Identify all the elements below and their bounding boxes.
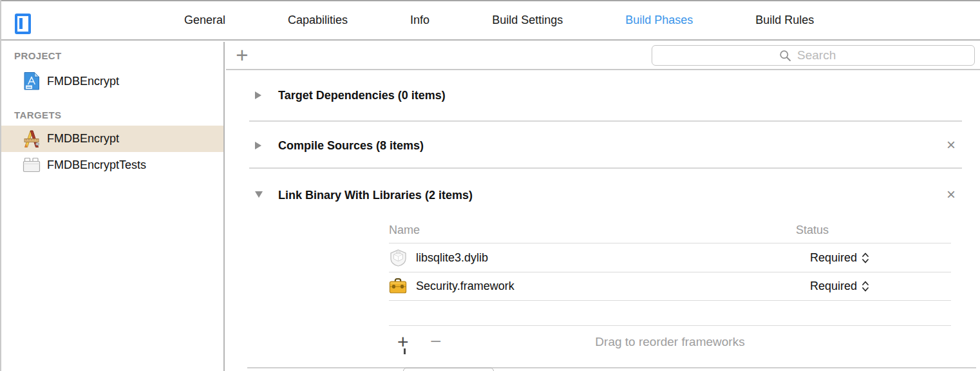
section-divider [249,120,962,122]
phase-compile-sources: Compile Sources (8 items) × [226,138,980,153]
disclosure-expanded-icon[interactable] [255,191,264,198]
tab-info[interactable]: Info [410,14,429,27]
add-build-phase-button[interactable]: + [234,43,250,68]
tab-build-phases[interactable]: Build Phases [625,14,693,27]
dylib-icon [389,249,407,267]
section-divider [247,367,976,368]
test-bundle-icon [22,155,41,175]
delete-phase-button[interactable]: × [943,187,959,203]
phase-title[interactable]: Compile Sources (8 items) [278,139,424,153]
xcode-project-editor-window: General Capabilities Info Build Settings… [0,0,980,371]
delete-phase-button[interactable]: × [943,138,959,153]
search-field[interactable] [652,45,975,66]
row-divider [389,300,951,301]
row-divider [389,272,951,272]
tab-build-rules[interactable]: Build Rules [755,14,814,27]
status-popup[interactable]: Required [782,251,898,265]
stepper-chevrons-icon [862,280,869,292]
status-popup[interactable]: Required [782,280,898,293]
disclosure-collapsed-icon[interactable] [255,91,264,99]
phase-link-binary: Link Binary With Libraries (2 items) × [226,188,980,202]
table-row-security-framework[interactable]: Security.framework Required [389,278,951,294]
table-row-libsqlite3[interactable]: libsqlite3.dylib Required [389,249,951,266]
sidebar-item-label: FMDBEncryptTests [47,158,146,172]
tab-capabilities[interactable]: Capabilities [288,14,348,27]
project-targets-sidebar: PROJECT FMDBEncrypt TARGETS [1,42,225,371]
build-phases-toolbar: + [226,42,980,70]
section-divider [249,167,962,169]
show-document-items-icon[interactable] [15,14,31,34]
framework-icon [389,278,407,294]
editor-tabs: General Capabilities Info Build Settings… [184,1,814,39]
sidebar-item-target-fmdbencrypttests[interactable]: FMDBEncryptTests [1,153,223,176]
editor-tab-bar: General Capabilities Info Build Settings… [1,0,980,41]
library-name: Security.framework [416,280,514,293]
build-phases-content: Target Dependencies (0 items) Compile So… [226,71,980,371]
search-input[interactable] [797,48,847,62]
search-icon [779,50,791,62]
next-section-control-partial[interactable] [403,368,494,371]
drag-to-reorder-hint: Drag to reorder frameworks [389,335,951,349]
status-value: Required [810,251,857,265]
build-phases-editor: + Target Dependencies (0 items) Compile … [226,42,980,371]
phase-title[interactable]: Target Dependencies (0 items) [278,89,446,102]
sidebar-item-project-fmdbencrypt[interactable]: FMDBEncrypt [1,70,223,93]
sidebar-item-target-fmdbencrypt[interactable]: FMDBEncrypt [1,126,223,152]
column-header-name: Name [389,224,420,237]
tab-build-settings[interactable]: Build Settings [492,14,563,27]
stepper-chevrons-icon [862,252,869,264]
disclosure-collapsed-icon[interactable] [255,142,264,149]
text-cursor [404,348,406,354]
library-name: libsqlite3.dylib [416,251,488,265]
column-header-status: Status [796,224,829,237]
sidebar-item-label: FMDBEncrypt [47,75,119,88]
phase-target-dependencies: Target Dependencies (0 items) [226,88,980,102]
app-target-icon [22,129,41,149]
nav-icon-bar [19,18,23,29]
tab-general[interactable]: General [184,14,225,27]
project-icon [22,71,41,91]
table-header-divider [389,243,951,243]
table-footer-divider [389,325,951,326]
phase-title[interactable]: Link Binary With Libraries (2 items) [278,189,473,202]
status-value: Required [810,280,857,293]
targets-section-header: TARGETS [14,109,61,120]
table-footer: + − Drag to reorder frameworks [389,333,951,352]
sidebar-item-label: FMDBEncrypt [47,132,119,146]
project-section-header: PROJECT [14,50,62,61]
